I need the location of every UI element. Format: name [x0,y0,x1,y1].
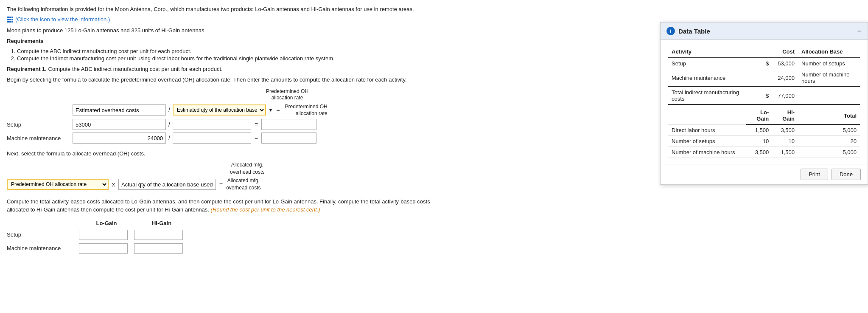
table-row: Number of machine hours 3,500 1,500 5,00… [668,147,860,158]
svg-rect-8 [11,21,13,23]
setups-higain: 10 [772,136,798,147]
setup-formula-row: Setup / = [7,119,440,130]
sub-col-total-header: Total [798,104,860,124]
req-item-1: Compute the ABC indirect manufacturing c… [17,48,440,54]
sub-label-dlh: Direct labor hours [668,124,746,136]
dlh-logain: 1,500 [746,124,772,136]
svg-rect-2 [11,17,13,18]
numerator-header-input[interactable] [73,104,166,116]
actual-qty-input[interactable] [118,179,216,190]
alloc-result-label2: overhead costs [226,185,260,191]
mh-higain: 1,500 [772,147,798,158]
mh-total: 5,000 [798,147,860,158]
table-row: Number of setups 10 10 20 [668,136,860,147]
print-button[interactable]: Print [801,169,828,180]
oh-rate-dropdown[interactable]: Predetermined OH allocation rate [7,179,109,190]
table-row: Direct labor hours 1,500 3,500 5,000 [668,124,860,136]
req1-heading-text: Requirement 1. Compute the ABC indirect … [7,65,440,73]
predetermined-oh-label: Predetermined OH [266,88,308,94]
bottom-machine-row: Machine maintenance [7,243,440,254]
intro-line1: The following information is provided fo… [7,5,440,14]
bottom-setup-label: Setup [7,231,79,238]
table-row: Setup $ 53,000 Number of setups [668,58,860,69]
svg-rect-6 [7,21,9,23]
activity-setup: Setup [668,58,746,69]
setup-label: Setup [7,121,73,128]
cost-symbol-machine [746,69,772,87]
popup-minimize-button[interactable]: − [857,27,862,35]
cost-value-machine: 24,000 [772,69,798,87]
bottom-machine-label: Machine maintenance [7,245,79,251]
popup-body: Activity Cost Allocation Base Setup $ 53… [661,40,868,164]
sub-spacer [668,104,746,124]
sub-col-higain-header: Hi-Gain [772,104,798,124]
setup-result-input[interactable] [261,119,316,130]
x-operator: x [112,181,115,188]
req1-text: Compute the ABC indirect manufacturing c… [48,66,223,72]
svg-rect-1 [9,17,11,18]
col-higain-header: Hi-Gain [134,220,189,226]
setup-numerator-input[interactable] [73,119,166,130]
table-row: Machine maintenance 24,000 Number of mac… [668,69,860,87]
allocated-mfg-label: Allocated mfg. [231,162,263,168]
cost-value-setup: 53,000 [772,58,798,69]
cost-symbol-setup: $ [746,58,772,69]
alloc-base-machine: Number of machine hours [798,69,860,87]
popup-footer: Print Done [661,164,868,184]
machine-label: Machine maintenance [7,135,73,141]
total-alloc-base [798,87,860,104]
machine-result-input[interactable] [261,133,316,144]
sub-col-logain-header: Lo-Gain [746,104,772,124]
round-note: (Round the cost per unit to the nearest … [211,206,320,213]
oh-rate-label-top: Predetermined OH [285,104,328,110]
equals-sign-header: = [276,107,280,113]
machine-equals: = [255,135,258,141]
machine-denominator-input[interactable] [173,133,251,144]
col-logain-header: Lo-Gain [79,220,134,226]
allocate-formula-row: Predetermined OH allocation rate x = All… [7,177,440,192]
machine-higain-input[interactable] [134,243,183,254]
oh-rate-label-bottom: allocation rate [296,110,328,116]
divide-operator: / [168,107,170,113]
req1-bold: Requirement 1. [7,66,47,72]
requirements-heading: Requirements [7,37,440,45]
overhead-costs-label: overhead costs [230,169,264,175]
setup-equals: = [255,121,258,128]
intro-line2: Moon plans to produce 125 Lo-Gain antenn… [7,26,440,35]
popup-title: Data Table [678,28,710,35]
allocation-rate-label: allocation rate [272,95,303,101]
total-label: Total indirect manufacturing costs [668,87,746,104]
grid-icon [7,16,14,23]
data-table-icon-link[interactable]: (Click the icon to view the information.… [7,16,110,23]
dlh-higain: 3,500 [772,124,798,136]
icon-link-text: (Click the icon to view the information.… [15,16,110,23]
alloc-base-setup: Number of setups [798,58,860,69]
total-cost-value: 77,000 [772,87,798,104]
machine-numerator-input[interactable] [73,133,166,144]
col-activity-header: Activity [668,46,746,58]
popup-info-icon: i [666,27,675,35]
machine-logain-input[interactable] [79,243,128,254]
done-button[interactable]: Done [832,169,861,180]
bottom-section: Compute the total activity-based costs a… [7,197,440,254]
bottom-table: Lo-Gain Hi-Gain Setup Machine maintenanc… [7,217,440,254]
svg-rect-4 [9,19,11,20]
denominator-dropdown[interactable]: Estimated qty of the allocation base [173,104,266,116]
setups-total: 20 [798,136,860,147]
sub-header-row: Lo-Gain Hi-Gain Total [668,104,860,124]
setup-denominator-input[interactable] [173,119,251,130]
svg-rect-7 [9,21,11,23]
col-alloc-base-header: Allocation Base [798,46,860,58]
sub-label-mh: Number of machine hours [668,147,746,158]
bottom-setup-row: Setup [7,230,440,240]
machine-divide: / [168,135,170,141]
setup-logain-input[interactable] [79,230,128,240]
total-cost-symbol: $ [746,87,772,104]
setups-logain: 10 [746,136,772,147]
allocate-equals: = [219,181,223,188]
setup-higain-input[interactable] [134,230,183,240]
popup-header-left: i Data Table [666,27,710,35]
mh-logain: 3,500 [746,147,772,158]
popup-header: i Data Table − [661,23,868,40]
col-cost-header: Cost [746,46,798,58]
